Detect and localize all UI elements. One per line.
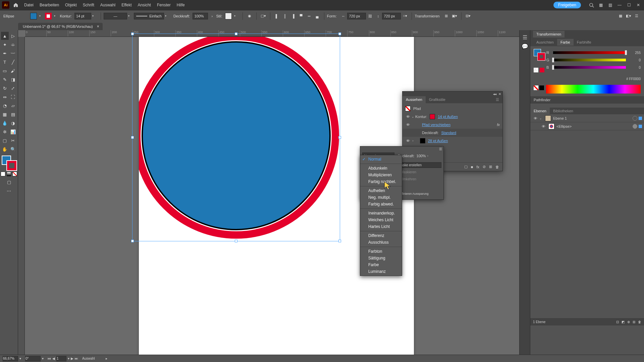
share-button[interactable]: Freigeben — [553, 2, 581, 8]
width-tool[interactable]: ⇔ — [1, 93, 9, 101]
stroke-color-swatch[interactable] — [430, 114, 435, 119]
opacity-value[interactable]: 100% — [417, 154, 426, 158]
stroke-menu-icon[interactable]: ▾ — [53, 14, 56, 17]
blend-mode-option[interactable]: Aufhellen — [360, 187, 402, 194]
b-value[interactable]: 0 — [629, 66, 641, 69]
layer-row[interactable]: 👁 ⌄ Ebene 1 — [530, 114, 644, 122]
shape-builder-tool[interactable]: ◔ — [1, 102, 9, 110]
artboard-prev-icon[interactable]: ◀ — [52, 357, 55, 360]
blend-mode-option[interactable]: Ausschluss — [360, 239, 402, 246]
rotate-input[interactable] — [25, 356, 41, 361]
menu-icon[interactable]: ☰ — [634, 13, 640, 19]
layer-item-row[interactable]: 👁 <Ellipse> — [530, 122, 644, 130]
visibility-icon[interactable]: 👁 — [405, 123, 411, 127]
stroke-swatch-small[interactable] — [538, 53, 545, 60]
last-color-swatch[interactable] — [540, 68, 544, 72]
popup-menu-icon[interactable]: ☰ — [439, 147, 442, 151]
valign-middle-icon[interactable]: ═ — [306, 13, 312, 19]
align-menu-icon[interactable]: ▢▾ — [260, 13, 266, 19]
layers-tab[interactable]: Ebenen — [530, 108, 550, 114]
panel-close-icon[interactable]: ✕ — [498, 92, 501, 96]
menu-datei[interactable]: Datei — [24, 3, 34, 7]
clear-icon[interactable]: ⊘ — [483, 165, 486, 169]
blend-mode-option[interactable]: Farbe — [360, 261, 402, 268]
add-stroke-icon[interactable]: ▢ — [464, 165, 468, 169]
zoom-menu-icon[interactable]: ▾ — [19, 357, 21, 360]
hand-tool[interactable]: ✋ — [1, 145, 9, 153]
libraries-tab[interactable]: Bibliotheken — [550, 108, 577, 114]
visibility-icon[interactable]: 👁 — [540, 124, 546, 128]
isolate-icon[interactable]: ▣▾ — [451, 13, 458, 19]
blend-mode-option[interactable]: Hartes Licht — [360, 223, 402, 230]
eyedropper-tool[interactable]: 💧 — [1, 119, 9, 127]
type-tool[interactable]: T — [1, 58, 9, 66]
free-transform-tool[interactable]: ⛶ — [9, 93, 17, 101]
var-width-menu[interactable]: ▾ — [127, 14, 130, 17]
target-icon[interactable] — [633, 116, 637, 121]
edit-toolbar-icon[interactable]: ⋯ — [5, 187, 13, 195]
blend-mode-option[interactable]: Farbig abwed. — [360, 201, 402, 207]
line-tool[interactable]: ╱ — [9, 58, 17, 66]
valign-bottom-icon[interactable]: ▄ — [314, 13, 320, 19]
pen-tool[interactable]: ✒ — [1, 49, 9, 57]
arrange-icon[interactable]: ▦ — [597, 1, 604, 9]
clip-mask-icon[interactable]: ◩ — [622, 320, 625, 324]
window-maximize-icon[interactable]: ☐ — [625, 1, 633, 9]
blend-mode-option[interactable]: Farbton — [360, 248, 402, 255]
stroke-weight-input[interactable] — [74, 13, 91, 19]
selection-tool[interactable]: ▲ — [1, 32, 9, 40]
appear-opacity-row[interactable]: Deckkraft: Standard — [402, 129, 502, 137]
menu-schrift[interactable]: Schrift — [83, 3, 94, 7]
fx-icon[interactable]: fx — [497, 123, 500, 127]
appear-stroke2-row[interactable]: 👁 › 28 pt Außen — [402, 137, 502, 145]
home-icon[interactable] — [12, 1, 19, 9]
properties-panel-icon[interactable]: ☰ — [521, 33, 529, 41]
zoom-tool[interactable]: 🔍 — [9, 145, 17, 153]
tab-close-icon[interactable]: × — [97, 24, 99, 29]
rotate-tool[interactable]: ↻ — [1, 84, 9, 92]
height-input[interactable] — [382, 13, 401, 19]
blend-mode-option[interactable]: Weiches Licht — [360, 217, 402, 223]
blend-mode-option[interactable]: Abdunkeln — [360, 165, 402, 172]
status-menu-icon[interactable]: ▸ — [106, 357, 107, 360]
visibility-icon[interactable]: 👁 — [532, 116, 538, 120]
comments-panel-icon[interactable]: 💬 — [521, 42, 529, 50]
panel-toggle-icon[interactable]: ◧▾ — [626, 13, 632, 19]
target-icon[interactable] — [633, 124, 637, 129]
delete-icon[interactable]: 🗑 — [495, 165, 499, 169]
shape-more-icon[interactable]: ○▾ — [402, 13, 408, 19]
halign-center-icon[interactable]: ║ — [282, 13, 288, 19]
blend-mode-option[interactable]: Farbig nachbel. — [360, 178, 402, 185]
blend-mode-option[interactable]: Multiplizieren — [360, 172, 402, 178]
appear-offset-row[interactable]: 👁 Pfad verschieben fx — [402, 121, 502, 129]
style-menu[interactable]: ▾ — [233, 14, 236, 17]
symbol-tool[interactable]: ✲ — [1, 128, 9, 136]
add-effect-icon[interactable]: fx — [476, 165, 479, 169]
stroke2-value[interactable]: 28 pt Außen — [428, 139, 448, 143]
rotate-menu-icon[interactable]: ▾ — [42, 357, 44, 360]
artboard-number-input[interactable] — [56, 356, 66, 361]
gradient-tool[interactable]: ▤ — [9, 110, 17, 118]
slice-tool[interactable]: ✂ — [9, 136, 17, 144]
artboard-next-icon[interactable]: ▶ — [71, 357, 73, 360]
appearance-tab[interactable]: Aussehen — [402, 96, 426, 103]
fill-menu-icon[interactable]: ▾ — [38, 14, 42, 17]
style-swatch[interactable] — [225, 13, 232, 19]
document-tab[interactable]: Unbenannt-1* @ 66,67 % (RGB/Vorschau) × — [18, 23, 103, 30]
color-mode-icon[interactable] — [1, 172, 5, 176]
new-sublayer-icon[interactable]: ⊕ — [627, 320, 630, 324]
r-value[interactable]: 255 — [629, 51, 641, 55]
stroke-swatch[interactable] — [45, 13, 52, 19]
duplicate-icon[interactable]: ⊞ — [489, 165, 492, 169]
expand-icon[interactable]: ⌄ — [538, 117, 543, 120]
artboard-menu-icon[interactable]: ▾ — [68, 357, 69, 360]
stroke2-color-swatch[interactable] — [420, 138, 425, 143]
lasso-tool[interactable]: ⌯ — [9, 41, 17, 49]
menu-ansicht[interactable]: Ansicht — [138, 3, 151, 7]
offset-path-link[interactable]: Pfad verschieben — [422, 123, 450, 127]
gradient-mode-icon[interactable] — [7, 172, 11, 176]
blend-mode-option[interactable]: Neg. multipl. — [360, 194, 402, 201]
zoom-input[interactable] — [3, 356, 18, 361]
layer-name[interactable]: Ebene 1 — [553, 116, 567, 120]
stroke-value[interactable]: 14 pt Außen — [438, 115, 458, 119]
